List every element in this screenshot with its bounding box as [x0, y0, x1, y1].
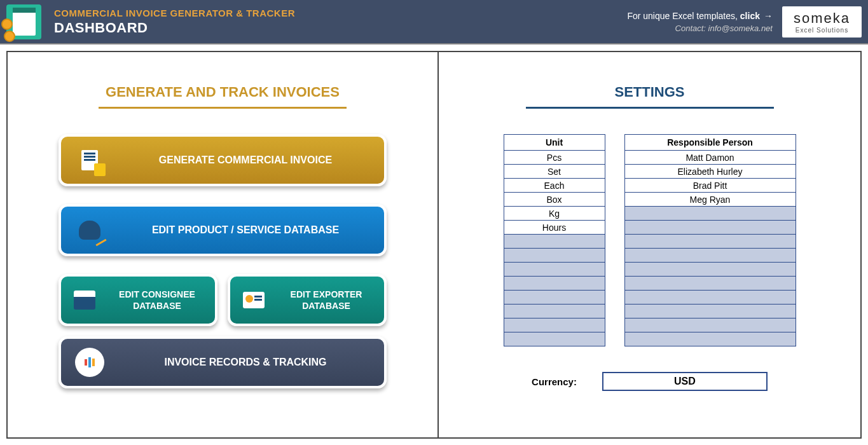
templates-link[interactable]: For unique Excel templates, click→ [627, 11, 773, 21]
unit-cell[interactable]: Pcs [504, 151, 605, 165]
unit-cell[interactable]: Kg [504, 207, 605, 221]
currency-value[interactable]: USD [602, 372, 768, 391]
edit-exporter-database-button[interactable]: EDIT EXPORTER DATABASE [228, 274, 387, 326]
main-content: GENERATE AND TRACK INVOICES GENERATE COM… [0, 44, 868, 445]
consignee-icon [70, 285, 99, 315]
unit-cell[interactable] [504, 332, 605, 346]
person-cell[interactable] [624, 235, 796, 249]
currency-row: Currency: USD [464, 372, 835, 391]
invoice-icon [75, 146, 104, 175]
chart-icon [75, 348, 104, 377]
app-logo-icon [6, 4, 41, 39]
person-cell[interactable] [624, 332, 796, 346]
currency-label: Currency: [532, 376, 577, 387]
contact-info: Contact: info@someka.net [627, 24, 773, 33]
unit-cell[interactable] [504, 235, 605, 249]
header-right: For unique Excel templates, click→ Conta… [627, 11, 773, 33]
person-cell[interactable]: Matt Damon [624, 151, 796, 165]
header-titles: COMMERCIAL INVOICE GENERATOR & TRACKER D… [54, 8, 627, 36]
person-cell[interactable] [624, 318, 796, 332]
unit-cell[interactable]: Each [504, 179, 605, 193]
person-cell[interactable] [624, 263, 796, 277]
generate-invoice-button[interactable]: GENERATE COMMERCIAL INVOICE [59, 134, 387, 186]
person-table: Responsible Person Matt DamonElizabeth H… [624, 134, 796, 346]
unit-header: Unit [504, 135, 605, 151]
person-cell[interactable] [624, 207, 796, 221]
unit-cell[interactable] [504, 277, 605, 291]
app-title: COMMERCIAL INVOICE GENERATOR & TRACKER [54, 8, 627, 18]
person-cell[interactable] [624, 221, 796, 235]
unit-table: Unit PcsSetEachBoxKgHours [504, 134, 605, 346]
person-cell[interactable] [624, 291, 796, 305]
app-header: COMMERCIAL INVOICE GENERATOR & TRACKER D… [0, 0, 868, 43]
edit-consignee-database-button[interactable]: EDIT CONSIGNEE DATABASE [59, 274, 217, 326]
person-cell[interactable] [624, 277, 796, 291]
unit-cell[interactable]: Box [504, 193, 605, 207]
unit-cell[interactable]: Hours [504, 221, 605, 235]
unit-cell[interactable] [504, 263, 605, 277]
person-cell[interactable]: Brad Pitt [624, 179, 796, 193]
unit-cell[interactable] [504, 291, 605, 305]
invoice-records-button[interactable]: INVOICE RECORDS & TRACKING [59, 336, 387, 388]
person-cell[interactable] [624, 249, 796, 263]
person-cell[interactable] [624, 305, 796, 318]
generate-section-title: GENERATE AND TRACK INVOICES [8, 84, 437, 115]
exporter-icon [239, 285, 268, 315]
arrow-right-icon: → [764, 11, 773, 21]
generate-panel: GENERATE AND TRACK INVOICES GENERATE COM… [6, 51, 439, 439]
person-cell[interactable]: Elizabeth Hurley [624, 165, 796, 179]
settings-panel: SETTINGS Unit PcsSetEachBoxKgHours Respo… [437, 51, 862, 439]
database-icon [75, 216, 104, 245]
person-header: Responsible Person [624, 135, 796, 151]
settings-section-title: SETTINGS [439, 84, 860, 115]
brand-logo[interactable]: someka Excel Solutions [782, 6, 862, 38]
person-cell[interactable]: Meg Ryan [624, 193, 796, 207]
unit-cell[interactable]: Set [504, 165, 605, 179]
unit-cell[interactable] [504, 249, 605, 263]
edit-product-database-button[interactable]: EDIT PRODUCT / SERVICE DATABASE [59, 204, 387, 256]
unit-cell[interactable] [504, 305, 605, 318]
page-title: DASHBOARD [54, 20, 627, 36]
unit-cell[interactable] [504, 318, 605, 332]
